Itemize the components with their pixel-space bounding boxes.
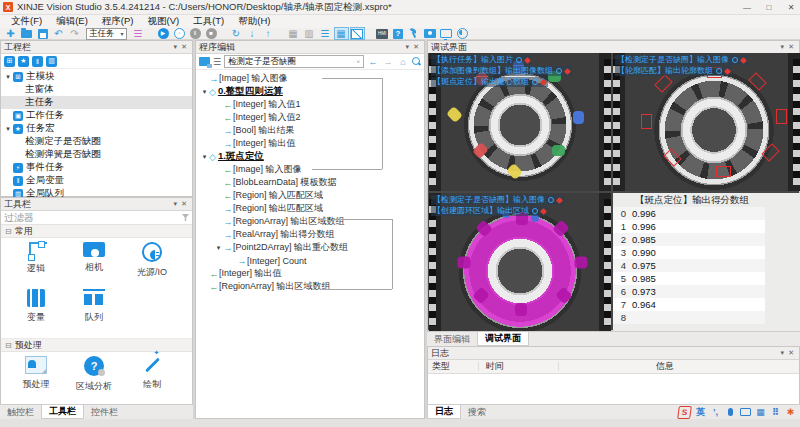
program-tree-item-10[interactable]: →[Region] 输出匹配区域	[196, 202, 424, 215]
program-tree-item-14[interactable]: →[Integer] Count	[196, 254, 424, 267]
eye-icon[interactable]	[732, 57, 738, 63]
program-tree-item-4[interactable]: →[Bool] 输出结果	[196, 124, 424, 137]
open-folder-icon[interactable]	[20, 28, 33, 39]
close-button[interactable]: ✕	[782, 1, 800, 14]
caret-down-icon[interactable]: ▾	[3, 125, 13, 133]
caret-down-icon[interactable]: ▾	[3, 73, 13, 81]
left-tab-1[interactable]: 工具栏	[41, 405, 84, 419]
menu-item-3[interactable]: 视图(V)	[140, 15, 186, 28]
project-tree-item-8[interactable]: ‖全局变量	[1, 174, 192, 187]
tool-variable[interactable]: 变量	[7, 289, 65, 336]
pin-icon[interactable]	[540, 78, 547, 85]
debug-view-bottom-left[interactable]: 【检测定子是否缺圈】输入图像【创建圆环区域】输出区域	[429, 193, 611, 332]
panel-menu-icon[interactable]: ▾	[404, 43, 412, 51]
panel-close-icon[interactable]: ✕	[179, 200, 189, 208]
score-row-8[interactable]: 8	[613, 311, 765, 324]
menu-item-0[interactable]: 文件(F)	[4, 15, 49, 28]
global-variable-icon[interactable]: ‖	[32, 56, 43, 67]
panel-menu-icon[interactable]: ▾	[172, 43, 180, 51]
collapse-icon[interactable]: ⊟	[5, 341, 12, 350]
soft-keyboard-icon[interactable]	[740, 407, 751, 418]
caret-down-icon[interactable]: ▾	[214, 244, 223, 252]
debug-tab-0[interactable]: 界面编辑	[427, 332, 477, 346]
home-icon[interactable]: ⌂	[397, 57, 409, 67]
pin-icon[interactable]	[556, 196, 563, 203]
view-thumbnails-icon[interactable]: ▦	[287, 28, 300, 39]
minimize-button[interactable]: —	[738, 1, 756, 14]
panel-close-icon[interactable]: ✕	[786, 349, 796, 357]
debug-view-top-left[interactable]: 【执行任务】输入图片【添加图像到数组】输出图像数组【斑点定位】输出重心数组	[429, 53, 611, 191]
score-row-3[interactable]: 30.990	[613, 246, 765, 259]
monitor-icon[interactable]	[440, 28, 453, 39]
save-icon[interactable]	[36, 28, 49, 39]
redo-icon[interactable]: ↷	[68, 28, 81, 39]
search-icon[interactable]	[412, 57, 421, 66]
program-tree-item-7[interactable]: ←[Image] 输入图像	[196, 163, 424, 176]
program-tree-item-0[interactable]: →[Image] 输入图像	[196, 72, 424, 85]
program-tree-item-15[interactable]: ←[Integer] 输出值	[196, 267, 424, 280]
flowchart-icon[interactable]	[199, 57, 210, 66]
run-once-icon[interactable]: ◔	[173, 28, 186, 39]
left-tab-2[interactable]: 控件栏	[84, 405, 125, 419]
view-cards-icon[interactable]: ▥	[303, 28, 316, 39]
help-icon[interactable]: ?	[392, 28, 405, 39]
program-tree-item-2[interactable]: ←[Integer] 输入值1	[196, 98, 424, 111]
tool-logic[interactable]: 逻辑	[7, 242, 65, 289]
hmi-view-icon[interactable]: HMI	[376, 28, 389, 39]
tool-region-analysis[interactable]: ?区域分析	[65, 356, 123, 393]
log-col-info[interactable]: 信息	[656, 360, 674, 373]
project-tree-item-1[interactable]: 主窗体	[1, 83, 192, 96]
project-tree-item-6[interactable]: 检测弹簧是否缺圈	[1, 148, 192, 161]
score-row-5[interactable]: 50.985	[613, 272, 765, 285]
chart-view-icon[interactable]	[351, 28, 364, 39]
eye-icon[interactable]	[516, 57, 522, 63]
score-row-7[interactable]: 70.964	[613, 298, 765, 311]
stop-icon[interactable]: ■	[205, 28, 218, 39]
eye-icon[interactable]	[548, 197, 554, 203]
pause-icon[interactable]: ‖	[189, 28, 202, 39]
score-row-0[interactable]: 00.996	[613, 207, 765, 220]
menu-item-1[interactable]: 编辑(E)	[49, 15, 95, 28]
log-col-time[interactable]: 时间	[486, 360, 504, 373]
view-rows-icon[interactable]: ☰	[319, 28, 332, 39]
light-io-icon[interactable]	[456, 28, 469, 39]
score-row-1[interactable]: 10.996	[613, 220, 765, 233]
pin-icon[interactable]	[740, 56, 747, 63]
tool-light-io[interactable]: 光源/IO	[123, 242, 181, 289]
tool-filter[interactable]: 过滤器	[1, 211, 192, 225]
pin-icon[interactable]	[724, 67, 731, 74]
microphone-icon[interactable]	[725, 407, 736, 418]
project-tree-item-7[interactable]: ⚡事件任务	[1, 161, 192, 174]
task-macro-icon[interactable]: ★	[18, 56, 29, 67]
menu-item-4[interactable]: 工具(T)	[186, 15, 231, 28]
tool-camera[interactable]: 相机	[65, 242, 123, 289]
panel-menu-icon[interactable]: ▾	[779, 43, 787, 51]
debug-tab-1[interactable]: 调试界面	[477, 332, 529, 346]
collapse-icon[interactable]: ⊟	[5, 227, 12, 236]
arrow-down-icon[interactable]: ↓	[246, 28, 259, 39]
project-tree-item-5[interactable]: 检测定子是否缺圈	[1, 135, 192, 148]
project-tree-item-4[interactable]: ▾★任务宏	[1, 122, 192, 135]
project-tree-item-2[interactable]: 主任务	[1, 96, 192, 109]
lang-english-icon[interactable]: 英	[695, 407, 706, 418]
tool-queue[interactable]: 队列	[65, 289, 123, 336]
task-selector-dropdown[interactable]: 主任务▾	[86, 28, 127, 40]
program-tree-item-12[interactable]: →[RealArray] 输出得分数组	[196, 228, 424, 241]
hamburger-icon[interactable]: ☰	[213, 57, 221, 67]
program-tree-item-11[interactable]: →[RegionArray] 输出区域数组	[196, 215, 424, 228]
program-tree-item-1[interactable]: ▾◇0.整型四则运算	[196, 85, 424, 98]
flow-config-icon[interactable]: ☰	[132, 28, 145, 39]
program-tree-item-6[interactable]: ▾◇1.斑点定位	[196, 150, 424, 163]
bottom-tab-1[interactable]: 搜索	[461, 405, 493, 419]
project-tree-item-3[interactable]: ▣工作任务	[1, 109, 192, 122]
punctuation-icon[interactable]: ’,	[710, 407, 721, 418]
bottom-tab-0[interactable]: 日志	[427, 405, 461, 419]
program-tree-item-3[interactable]: ←[Integer] 输入值2	[196, 111, 424, 124]
pin-icon[interactable]	[540, 207, 547, 214]
tool-section-header[interactable]: ⊟常用	[1, 225, 192, 238]
caret-down-icon[interactable]: ▾	[200, 153, 209, 161]
program-tree-item-8[interactable]: ←[BlobLearnData] 模板数据	[196, 176, 424, 189]
project-tree-item-0[interactable]: ▾⊞主模块	[1, 70, 192, 83]
new-file-icon[interactable]: ✚	[4, 28, 17, 39]
tool-preprocess[interactable]: 预处理	[7, 356, 65, 393]
